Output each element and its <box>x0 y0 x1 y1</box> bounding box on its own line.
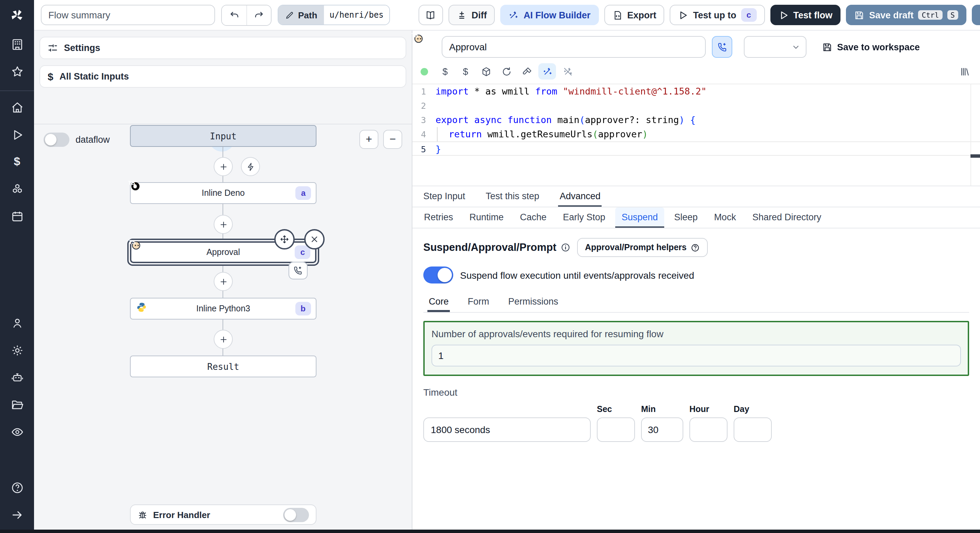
path-value: u/henri/bes <box>324 5 389 24</box>
flow-settings-row[interactable]: Settings <box>40 37 406 59</box>
node-deno-label: Inline Deno <box>202 188 245 198</box>
subtab-retries[interactable]: Retries <box>418 207 460 228</box>
timeout-total-input[interactable] <box>423 417 591 442</box>
ai-assist-off-button[interactable] <box>559 63 576 79</box>
help-icon[interactable] <box>8 479 26 496</box>
node-inline-python[interactable]: Inline Python3 b <box>130 298 317 319</box>
approval-prompt-helpers-button[interactable]: Approval/Prompt helpers <box>577 238 708 257</box>
home-icon[interactable] <box>8 98 26 116</box>
undo-button[interactable] <box>222 5 247 25</box>
windmill-flow-editor: $ <box>0 0 980 533</box>
redo-button[interactable] <box>247 5 271 25</box>
save-to-workspace-button[interactable]: Save to workspace <box>822 42 920 52</box>
users-icon[interactable] <box>8 314 26 332</box>
node-result[interactable]: Result <box>130 355 317 377</box>
ai-assist-button[interactable] <box>538 63 556 79</box>
code-line-1[interactable]: 1import * as wmill from "windmill-client… <box>412 84 980 98</box>
folders-icon[interactable] <box>8 396 26 413</box>
all-static-inputs-row[interactable]: $ All Static Inputs <box>40 65 406 88</box>
timeout-day-input[interactable] <box>733 417 772 442</box>
tab-test-this-step[interactable]: Test this step <box>484 186 541 207</box>
all-static-inputs-label: All Static Inputs <box>60 71 129 82</box>
code-line-2[interactable]: 2 <box>412 98 980 113</box>
approvals-required-input[interactable] <box>431 345 961 366</box>
audit-eye-icon[interactable] <box>8 423 26 441</box>
timeout-sec-input[interactable] <box>597 417 635 442</box>
ai-flow-builder-button[interactable]: AI Flow Builder <box>501 5 599 25</box>
runs-icon[interactable] <box>8 126 26 143</box>
test-flow-button[interactable]: Test flow <box>770 5 840 25</box>
editor-scrollbar-thumb[interactable] <box>970 154 980 158</box>
suspend-enable-toggle[interactable] <box>423 266 453 284</box>
subtab-shared-directory[interactable]: Shared Directory <box>746 207 827 228</box>
delete-step-button[interactable] <box>304 229 325 249</box>
deploy-button-clipped[interactable] <box>972 5 980 25</box>
suspend-title: Suspend/Approval/Prompt <box>423 241 556 254</box>
tab-advanced[interactable]: Advanced <box>558 186 602 207</box>
error-handler-row[interactable]: Error Handler <box>130 504 317 525</box>
collapse-arrow-icon[interactable] <box>8 506 26 523</box>
error-handler-label: Error Handler <box>153 509 210 520</box>
resources-picker-button[interactable]: $ <box>457 63 474 79</box>
kbd-s: S <box>947 10 958 20</box>
variables-icon[interactable]: $ <box>8 153 26 171</box>
code-line-4[interactable]: 4 return wmill.getResumeUrls(approver) <box>412 127 980 141</box>
workspace-icon[interactable] <box>8 35 26 53</box>
library-icon-button[interactable] <box>956 63 973 79</box>
code-line-3[interactable]: 3export async function main(approver?: s… <box>412 113 980 127</box>
resources-icon[interactable] <box>8 180 26 198</box>
save-draft-button[interactable]: Save draft Ctrl S <box>846 5 966 25</box>
path-editor[interactable]: Path u/henri/bes <box>278 5 390 25</box>
flow-summary-input[interactable] <box>41 5 215 25</box>
node-input[interactable]: Input <box>130 125 317 147</box>
step-language-icon <box>419 39 436 55</box>
suspend-tab-core[interactable]: Core <box>427 293 450 312</box>
variables-picker-button[interactable]: $ <box>436 63 454 79</box>
insert-step-button-4[interactable] <box>214 330 233 349</box>
insert-step-button-1[interactable] <box>214 157 233 176</box>
diff-button[interactable]: Diff <box>449 5 495 25</box>
dataflow-toggle-row: dataflow <box>43 133 110 147</box>
workers-robot-icon[interactable] <box>8 368 26 386</box>
approval-phone-badge[interactable] <box>288 262 308 279</box>
export-button[interactable]: Export <box>604 5 665 25</box>
favorites-star-icon[interactable] <box>8 63 26 80</box>
subtab-runtime[interactable]: Runtime <box>463 207 510 228</box>
script-version-select[interactable] <box>744 36 807 58</box>
timeout-min-input[interactable] <box>641 417 683 442</box>
language-status-dot <box>421 68 428 75</box>
move-step-button[interactable] <box>274 229 295 249</box>
test-up-to-button[interactable]: Test up to c <box>670 5 765 25</box>
suspend-tab-form[interactable]: Form <box>466 293 491 312</box>
windmill-logo-icon[interactable] <box>0 0 34 30</box>
suspend-tab-permissions[interactable]: Permissions <box>507 293 560 312</box>
step-name-input[interactable] <box>442 36 706 58</box>
timeout-hour-input[interactable] <box>689 417 727 442</box>
error-handler-toggle[interactable] <box>283 508 309 522</box>
schedules-icon[interactable] <box>8 207 26 225</box>
subtab-mock[interactable]: Mock <box>708 207 742 228</box>
node-inline-deno[interactable]: Inline Deno a <box>130 182 317 204</box>
tab-step-input[interactable]: Step Input <box>422 186 466 207</box>
settings-gear-icon[interactable] <box>8 341 26 359</box>
approval-step-toggle-button[interactable] <box>712 36 732 58</box>
reload-button[interactable] <box>498 63 515 79</box>
code-editor[interactable]: 1import * as wmill from "windmill-client… <box>412 84 980 186</box>
zoom-out-button[interactable]: − <box>383 130 402 149</box>
node-python-label: Inline Python3 <box>196 304 250 313</box>
docs-book-button[interactable] <box>418 5 443 25</box>
subtab-sleep[interactable]: Sleep <box>668 207 704 228</box>
subtab-early-stop[interactable]: Early Stop <box>557 207 611 228</box>
code-line-5[interactable]: 5} <box>412 141 980 156</box>
subtab-suspend[interactable]: Suspend <box>616 207 664 228</box>
format-brush-button[interactable] <box>518 63 536 79</box>
save-draft-label: Save draft <box>869 10 914 20</box>
trigger-bolt-button[interactable] <box>241 157 260 176</box>
subtab-cache[interactable]: Cache <box>514 207 553 228</box>
dataflow-toggle[interactable] <box>43 133 69 147</box>
package-icon-button[interactable] <box>477 63 495 79</box>
insert-step-button-2[interactable] <box>214 215 233 234</box>
zoom-in-button[interactable]: + <box>360 130 379 149</box>
test-flow-label: Test flow <box>793 10 832 20</box>
insert-step-button-3[interactable] <box>214 272 233 291</box>
